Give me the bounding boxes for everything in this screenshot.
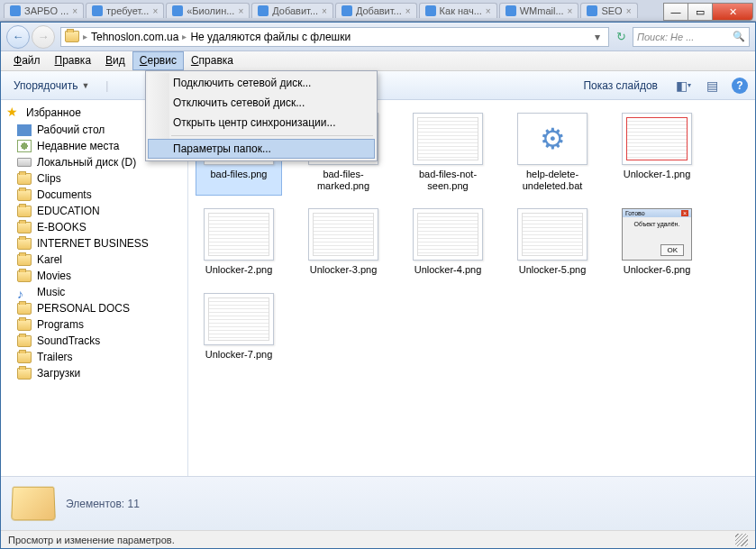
chevron-right-icon: ▸ bbox=[182, 32, 187, 41]
slideshow-button[interactable]: Показ слайдов bbox=[578, 77, 663, 95]
folder-icon bbox=[17, 254, 32, 266]
tree-item-label: INTERNET BUSINESS bbox=[37, 237, 149, 250]
organize-button[interactable]: Упорядочить ▼ bbox=[8, 77, 95, 95]
tree-item-programs[interactable]: Programs bbox=[1, 316, 187, 333]
menu-folder-options[interactable]: Параметры папок... bbox=[148, 139, 375, 159]
tree-item-pdocs[interactable]: PERSONAL DOCS bbox=[1, 300, 187, 316]
folder-icon bbox=[65, 31, 79, 42]
tab-close-icon[interactable]: × bbox=[486, 6, 491, 16]
file-item[interactable]: ⚙help-delete-undeleted.bat bbox=[509, 109, 596, 196]
tab-close-icon[interactable]: × bbox=[72, 6, 77, 16]
view-mode-button[interactable]: ◧▾ bbox=[674, 77, 692, 95]
star-icon: ★ bbox=[6, 105, 21, 120]
menu-help[interactable]: Справка bbox=[184, 51, 241, 70]
address-dropdown-arrow[interactable]: ▾ bbox=[590, 31, 605, 43]
tab-close-icon[interactable]: × bbox=[405, 6, 411, 16]
tree-item-label: Clips bbox=[37, 172, 61, 185]
minimize-button[interactable]: — bbox=[663, 3, 688, 21]
help-button[interactable]: ? bbox=[732, 78, 748, 94]
favicon bbox=[92, 5, 103, 16]
file-item[interactable]: Unlocker-3.png bbox=[300, 205, 387, 279]
menu-map-network-drive[interactable]: Подключить сетевой диск... bbox=[148, 73, 375, 93]
tab-close-icon[interactable]: × bbox=[238, 6, 243, 16]
menu-file[interactable]: Файл bbox=[6, 51, 48, 70]
browser-tab[interactable]: требует...× bbox=[86, 3, 164, 18]
tree-item-label: Загрузки bbox=[37, 367, 80, 380]
tab-close-icon[interactable]: × bbox=[322, 6, 327, 16]
tree-item-clips[interactable]: Clips bbox=[1, 170, 187, 187]
file-label: Unlocker-1.png bbox=[624, 169, 691, 180]
file-item[interactable]: Готово×Объект удалён.OKUnlocker-6.png bbox=[614, 205, 700, 279]
close-button[interactable]: ✕ bbox=[712, 3, 753, 21]
tab-label: Добавит... bbox=[272, 5, 318, 16]
resize-grip[interactable] bbox=[735, 534, 748, 546]
thumbnail bbox=[204, 293, 274, 345]
file-item[interactable]: Unlocker-2.png bbox=[196, 205, 282, 279]
address-bar[interactable]: ▸ Tehnoslon.com.ua ▸ Не удаляются файлы … bbox=[60, 27, 609, 47]
tree-item-ebooks[interactable]: E-BOOKS bbox=[1, 219, 187, 235]
maximize-button[interactable]: ▭ bbox=[688, 3, 713, 21]
tab-label: требует... bbox=[106, 5, 149, 16]
desk-icon bbox=[17, 124, 32, 136]
music-icon: ♪ bbox=[17, 287, 32, 298]
folder-icon bbox=[17, 173, 32, 185]
preview-pane-button[interactable]: ▤ bbox=[703, 77, 721, 95]
tree-item-ibusiness[interactable]: INTERNET BUSINESS bbox=[1, 235, 187, 252]
file-item[interactable]: Unlocker-1.png bbox=[614, 109, 700, 196]
browser-tab-strip: ЗАРБО ...×требует...×«Биолин...×Добавит.… bbox=[0, 0, 756, 22]
folder-icon bbox=[17, 189, 32, 201]
browser-tab[interactable]: SEO× bbox=[580, 3, 637, 18]
browser-tab[interactable]: ЗАРБО ...× bbox=[4, 3, 84, 18]
folder-icon bbox=[17, 303, 32, 315]
tree-item-education[interactable]: EDUCATION bbox=[1, 203, 187, 219]
tree-item-documents[interactable]: Documents bbox=[1, 187, 187, 203]
thumbnail bbox=[204, 208, 274, 261]
tree-item-label: Music bbox=[37, 286, 65, 298]
file-item[interactable]: bad-files-not-seen.png bbox=[405, 109, 491, 196]
tree-item-soundtracks[interactable]: SoundTracks bbox=[1, 333, 187, 349]
tab-close-icon[interactable]: × bbox=[568, 6, 573, 16]
tree-item-label: PERSONAL DOCS bbox=[37, 302, 130, 315]
tree-item-music[interactable]: ♪Music bbox=[1, 284, 187, 300]
breadcrumb-segment[interactable]: Tehnoslon.com.ua bbox=[91, 31, 178, 43]
file-label: Unlocker-2.png bbox=[205, 264, 273, 276]
menu-open-sync-center[interactable]: Открыть центр синхронизации... bbox=[148, 113, 375, 133]
favicon bbox=[172, 5, 183, 16]
tree-item-label: Недавние места bbox=[37, 140, 119, 152]
tree-item-movies[interactable]: Movies bbox=[1, 268, 187, 284]
search-box[interactable]: Поиск: Не ... 🔍 bbox=[633, 27, 750, 47]
file-label: bad-files.png bbox=[211, 169, 268, 180]
browser-tab[interactable]: Добавит...× bbox=[335, 3, 417, 18]
tab-close-icon[interactable]: × bbox=[152, 6, 158, 16]
browser-tab[interactable]: «Биолин...× bbox=[166, 3, 250, 18]
tree-item-trailers[interactable]: Trailers bbox=[1, 349, 187, 365]
tree-item-label: SoundTracks bbox=[37, 334, 100, 347]
folder-icon bbox=[17, 319, 32, 331]
file-label: bad-files-not-seen.png bbox=[406, 169, 489, 192]
menu-disconnect-network-drive[interactable]: Отключить сетевой диск... bbox=[148, 93, 375, 113]
tab-close-icon[interactable]: × bbox=[626, 6, 632, 16]
tree-item-karel[interactable]: Karel bbox=[1, 252, 187, 268]
file-item[interactable]: Unlocker-5.png bbox=[509, 205, 596, 279]
file-item[interactable]: Unlocker-4.png bbox=[405, 205, 491, 279]
drive-icon bbox=[17, 158, 32, 167]
nav-back-button[interactable]: ← bbox=[6, 25, 30, 49]
file-item[interactable]: Unlocker-7.png bbox=[196, 289, 282, 364]
nav-forward-button[interactable]: → bbox=[32, 25, 55, 49]
tree-item-label: EDUCATION bbox=[37, 205, 100, 217]
tree-item-downloads[interactable]: Загрузки bbox=[1, 365, 187, 381]
details-pane: Элементов: 11 bbox=[1, 476, 755, 530]
menu-tools[interactable]: Сервис bbox=[132, 51, 184, 70]
chevron-down-icon: ▼ bbox=[81, 81, 89, 90]
refresh-button[interactable]: ↻ bbox=[613, 29, 629, 45]
menu-view[interactable]: Вид bbox=[98, 51, 132, 70]
recent-icon bbox=[17, 140, 32, 152]
tree-item-label: Programs bbox=[37, 318, 84, 331]
title-bar: ← → ▸ Tehnoslon.com.ua ▸ Не удаляются фа… bbox=[1, 23, 755, 51]
breadcrumb-segment[interactable]: Не удаляются файлы с флешки bbox=[190, 31, 351, 43]
browser-tab[interactable]: WMmail...× bbox=[499, 3, 579, 18]
folder-icon bbox=[12, 486, 55, 522]
browser-tab[interactable]: Добавит...× bbox=[251, 3, 333, 18]
browser-tab[interactable]: Как нач...× bbox=[419, 3, 497, 18]
menu-edit[interactable]: Правка bbox=[48, 51, 99, 70]
